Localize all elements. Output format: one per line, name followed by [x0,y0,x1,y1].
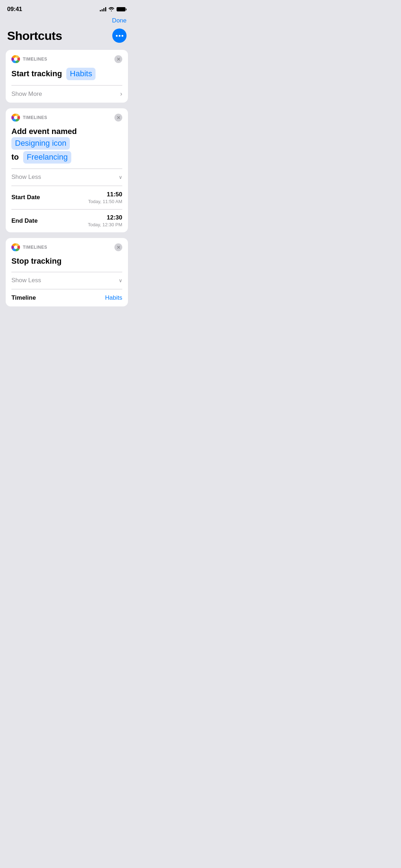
timelines-icon-1 [11,55,20,63]
more-dot-3 [122,35,123,37]
card-3-detail-timeline: Timeline Habits [6,289,128,306]
card-1-show-more-label: Show More [11,91,42,98]
card-2-prefix-2: to [11,153,19,161]
card-2-start-label: Start Date [11,194,40,201]
timelines-icon-2 [11,113,20,122]
svg-point-1 [14,57,17,61]
card-2-show-less-label: Show Less [11,174,41,181]
card-2-header: TIMELINES ✕ [6,108,128,125]
card-2-detail-start: Start Date 11:50 Today, 11:50 AM [6,186,128,209]
card-2-end-primary: 12:30 [88,214,122,221]
card-1-show-more[interactable]: Show More › [6,85,128,103]
card-3-show-less[interactable]: Show Less ∨ [6,272,128,289]
battery-icon [117,7,127,11]
card-1-header: TIMELINES ✕ [6,50,128,67]
card-2-show-less[interactable]: Show Less ∨ [6,169,128,186]
card-1-prefix: Start tracking [11,69,62,78]
card-2-prefix-1: Add event named [11,127,77,136]
card-1-token-habits[interactable]: Habits [66,68,96,80]
card-2-text-line2: to Freelancing [11,151,122,164]
card-3: TIMELINES ✕ Stop tracking Show Less ∨ Ti… [6,238,128,306]
card-3-content: Stop tracking [6,255,128,272]
card-2-start-primary: 11:50 [88,191,122,198]
page-title: Shortcuts [7,29,62,43]
header-area: Done [0,16,134,27]
card-3-text: Stop tracking [11,257,62,265]
status-bar: 09:41 [0,0,134,16]
title-area: Shortcuts [0,27,134,50]
chevron-down-icon-2: ∨ [119,174,122,180]
card-1-close-button[interactable]: ✕ [114,55,122,63]
card-1-app-label: TIMELINES [23,57,47,62]
card-3-app-label: TIMELINES [23,245,47,250]
card-1: TIMELINES ✕ Start tracking Habits Show M… [6,50,128,103]
signal-icon [100,7,106,11]
card-2-header-left: TIMELINES [11,113,47,122]
card-2-token-designing[interactable]: Designing icon [11,137,70,150]
card-1-text: Start tracking Habits [11,69,96,78]
card-2-content: Add event named Designing icon to Freela… [6,125,128,168]
card-3-close-button[interactable]: ✕ [114,243,122,251]
timelines-icon-3 [11,243,20,252]
svg-point-3 [14,116,17,119]
card-3-timeline-value[interactable]: Habits [105,294,122,301]
card-2-end-secondary: Today, 12:30 PM [88,222,122,227]
card-1-content: Start tracking Habits [6,67,128,85]
card-2-close-button[interactable]: ✕ [114,114,122,122]
card-1-header-left: TIMELINES [11,55,47,63]
card-2-start-secondary: Today, 11:50 AM [88,199,122,204]
card-2-start-value-area: 11:50 Today, 11:50 AM [88,191,122,204]
svg-point-5 [14,246,17,249]
chevron-down-icon-3: ∨ [119,278,122,283]
card-2-end-label: End Date [11,217,38,224]
card-3-show-less-label: Show Less [11,277,41,284]
more-dot-2 [119,35,120,37]
card-2-app-label: TIMELINES [23,115,47,120]
status-icons [100,7,127,11]
more-button[interactable] [112,29,127,43]
done-button[interactable]: Done [112,17,127,24]
card-3-header-left: TIMELINES [11,243,47,252]
wifi-icon [108,7,114,11]
card-2-detail-end: End Date 12:30 Today, 12:30 PM [6,209,128,232]
card-2-end-value-area: 12:30 Today, 12:30 PM [88,214,122,227]
status-time: 09:41 [7,6,22,13]
card-2-text: Add event named Designing icon [11,126,122,150]
more-dot-1 [116,35,118,37]
card-2: TIMELINES ✕ Add event named Designing ic… [6,108,128,232]
card-3-header: TIMELINES ✕ [6,238,128,255]
card-2-token-freelancing[interactable]: Freelancing [23,151,71,164]
card-3-timeline-label: Timeline [11,294,36,301]
chevron-right-icon-1: › [120,90,122,98]
